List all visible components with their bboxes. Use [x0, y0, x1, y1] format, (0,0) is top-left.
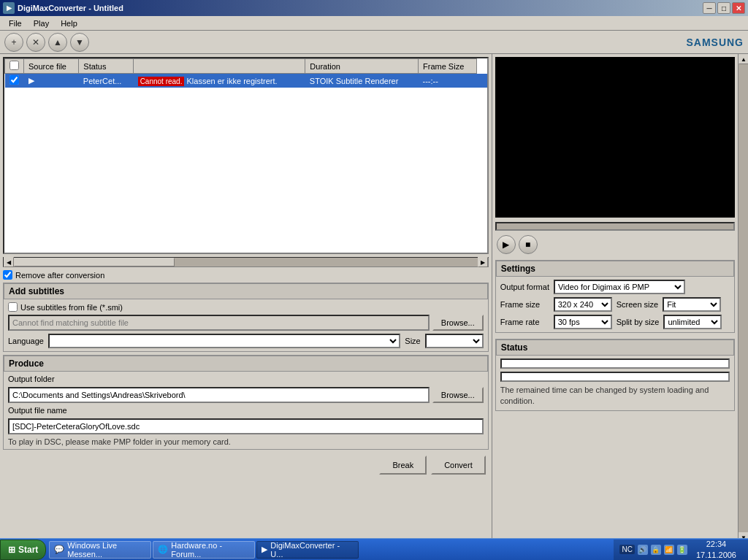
frame-size-select[interactable]: 320 x 240 — [554, 297, 612, 312]
frame-size-label: Frame size — [500, 300, 548, 309]
output-folder-input[interactable] — [8, 387, 430, 403]
seek-bar-container[interactable] — [492, 220, 738, 232]
left-panel: Source file Status Duration Frame Size ▶… — [0, 54, 492, 542]
menu-file[interactable]: File — [3, 18, 28, 29]
toolbar: + ✕ ▲ ▼ SAMSUNG — [0, 31, 748, 54]
scroll-up-button[interactable]: ▲ — [739, 54, 748, 64]
settings-header: Settings — [496, 261, 734, 277]
remove-after-conversion-row: Remove after conversion — [3, 270, 489, 280]
output-format-select[interactable]: Video for Digimax i6 PMP — [554, 280, 685, 294]
minimize-button[interactable]: ─ — [703, 2, 716, 14]
play-button[interactable]: ▶ — [497, 235, 516, 254]
start-button[interactable]: ⊞ Start — [0, 540, 46, 560]
status-progress-bar-1 — [500, 358, 730, 369]
media-controls: ▶ ■ — [492, 232, 738, 257]
frame-rate-label: Frame rate — [500, 318, 548, 326]
language-select[interactable] — [48, 334, 400, 348]
col-checkbox — [5, 59, 24, 74]
row-framesize — [477, 74, 487, 88]
tray-icon-4: 🔋 — [677, 545, 687, 555]
use-subtitles-label: Use subtitles from file (*.smi) — [20, 303, 123, 312]
scroll-right-button[interactable]: ▶ — [478, 257, 488, 267]
subtitles-header: Add subtitles — [4, 283, 488, 299]
output-browse-button[interactable]: Browse... — [432, 387, 484, 403]
use-subtitles-checkbox[interactable] — [8, 302, 18, 312]
row-checkbox[interactable] — [5, 74, 24, 88]
seek-bar[interactable] — [495, 222, 735, 231]
col-status: Status — [79, 59, 134, 74]
menu-help[interactable]: Help — [55, 18, 83, 29]
maximize-button[interactable]: □ — [717, 2, 730, 14]
nc-badge: NC — [619, 545, 634, 554]
use-subtitles-row: Use subtitles from file (*.smi) — [8, 302, 484, 312]
taskbar-item-converter[interactable]: ▶ DigiMaxConverter - U... — [256, 541, 359, 559]
browser-icon: 🌐 — [158, 545, 168, 554]
subtitles-section: Add subtitles Use subtitles from file (*… — [3, 283, 489, 352]
scroll-left-button[interactable]: ◀ — [4, 257, 14, 267]
taskbar-converter-label: DigiMaxConverter - U... — [270, 541, 354, 559]
stop-button[interactable]: ■ — [519, 235, 538, 254]
language-label: Language — [8, 337, 44, 345]
row-source: PeterCet... — [79, 74, 134, 88]
status-error-text: Cannot read. — [138, 77, 185, 86]
menu-play[interactable]: Play — [28, 18, 55, 29]
row-check[interactable] — [9, 75, 19, 85]
col-duration: Duration — [305, 59, 419, 74]
col-framesize: Frame Size — [419, 59, 477, 74]
start-label: Start — [18, 545, 38, 555]
vertical-scroll-track — [739, 64, 748, 532]
break-button[interactable]: Break — [379, 456, 427, 475]
remove-after-conversion-checkbox[interactable] — [3, 270, 12, 280]
row-renderer: STOIK Subtitle Renderer — [305, 74, 419, 88]
window-title: DigiMaxConverter - Untitled — [18, 4, 123, 12]
settings-body: Output format Video for Digimax i6 PMP F… — [496, 277, 734, 332]
output-folder-row: Browse... — [8, 387, 484, 403]
row-status: Cannot read. Klassen er ikke registrert. — [134, 74, 305, 88]
right-panel: ▶ ■ Settings Output format Video for Dig… — [492, 54, 738, 542]
table-header: Source file Status Duration Frame Size — [5, 59, 487, 74]
clock-time: 22:34 — [706, 539, 727, 549]
col-renderer — [134, 59, 305, 74]
col-source: Source file — [24, 59, 79, 74]
remove-after-conversion-label: Remove after conversion — [15, 271, 104, 280]
taskbar-item-browser[interactable]: 🌐 Hardware.no - Forum... — [153, 541, 255, 559]
subtitle-browse-button[interactable]: Browse... — [432, 315, 484, 331]
right-scrollbar[interactable]: ▲ ▼ — [738, 54, 748, 542]
windows-logo-icon: ⊞ — [8, 545, 15, 555]
tray-icon-2: 🔒 — [651, 545, 661, 555]
subtitle-file-input[interactable] — [8, 315, 430, 331]
taskbar-item-messenger[interactable]: 💬 Windows Live Messen... — [49, 541, 151, 559]
taskbar: ⊞ Start 💬 Windows Live Messen... 🌐 Hardw… — [0, 538, 748, 560]
output-name-label: Output file name — [8, 406, 484, 415]
file-list-container[interactable]: Source file Status Duration Frame Size ▶… — [3, 57, 489, 254]
title-bar: ▶ DigiMaxConverter - Untitled ─ □ ✕ — [0, 0, 748, 16]
converter-icon: ▶ — [262, 545, 267, 554]
add-button[interactable]: + — [4, 33, 23, 52]
size-select[interactable] — [425, 334, 484, 348]
table-row[interactable]: ▶ PeterCet... Cannot read. Klassen er ik… — [5, 74, 487, 88]
move-up-button[interactable]: ▲ — [48, 33, 67, 52]
subtitle-lang-row: Language Size — [8, 334, 484, 348]
scroll-thumb[interactable] — [14, 258, 175, 266]
status-header: Status — [496, 340, 734, 356]
produce-section: Produce Output folder Browse... Output f… — [3, 355, 489, 450]
split-by-size-select[interactable]: unlimited — [663, 315, 722, 329]
output-name-input[interactable] — [8, 418, 484, 434]
remove-button[interactable]: ✕ — [26, 33, 45, 52]
screen-size-label: Screen size — [617, 300, 658, 309]
settings-section: Settings Output format Video for Digimax… — [495, 260, 735, 333]
file-table: Source file Status Duration Frame Size ▶… — [4, 58, 487, 88]
produce-header: Produce — [4, 356, 488, 372]
select-all-checkbox[interactable] — [9, 61, 19, 70]
screen-size-select[interactable]: Fit — [663, 297, 721, 312]
move-down-button[interactable]: ▼ — [70, 33, 89, 52]
horizontal-scrollbar[interactable]: ◀ ▶ — [3, 257, 489, 267]
frame-size-row: 320 x 240 Screen size Fit — [554, 297, 730, 312]
frame-rate-select[interactable]: 30 fps — [554, 315, 612, 329]
taskbar-tray: NC 🔊 🔒 📶 🔋 22:34 17.11.2006 — [614, 540, 748, 560]
taskbar-browser-label: Hardware.no - Forum... — [171, 541, 250, 559]
status-section: Status The remained time can be changed … — [495, 339, 735, 411]
close-button[interactable]: ✕ — [732, 2, 745, 14]
window-controls[interactable]: ─ □ ✕ — [703, 2, 745, 14]
convert-button[interactable]: Convert — [431, 456, 486, 475]
